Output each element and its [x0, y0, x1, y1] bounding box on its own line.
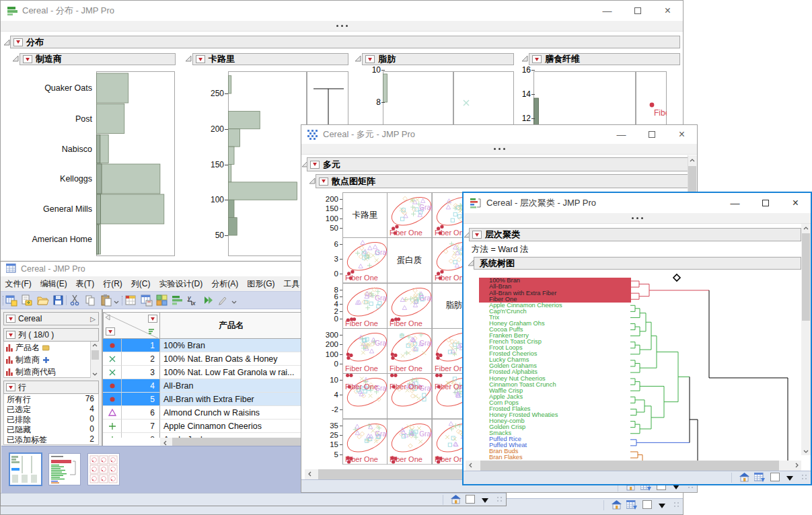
summary-table-icon[interactable]: [141, 294, 153, 307]
toolbar-more-button[interactable]: [113, 299, 120, 305]
panel-menu-button[interactable]: [365, 55, 375, 63]
scatter-cell[interactable]: Fiber OneGrape-Nuts: [387, 373, 432, 419]
row-number-cell[interactable]: 6: [122, 406, 160, 420]
status-dropdown-arrow[interactable]: [786, 476, 793, 481]
panel-collapse-icon[interactable]: [12, 55, 19, 62]
new-journal-icon[interactable]: [5, 294, 17, 307]
paste-icon[interactable]: [100, 294, 112, 307]
distribution-platform-icon[interactable]: [172, 294, 184, 307]
status-dropdown-arrow[interactable]: [482, 498, 488, 503]
scroll-down-button[interactable]: [91, 370, 98, 377]
row-number-cell[interactable]: 2: [122, 352, 160, 366]
home-icon[interactable]: [739, 473, 749, 482]
scroll-thumb[interactable]: [91, 350, 99, 360]
status-checkbox[interactable]: [642, 500, 652, 509]
cluster-minimize-button[interactable]: —: [720, 193, 750, 213]
menu-编辑(E)[interactable]: 编辑(E): [36, 276, 71, 292]
calories-histogram[interactable]: [228, 71, 307, 256]
column-item[interactable]: 产品名: [4, 342, 90, 354]
menu-表(T)[interactable]: 表(T): [71, 276, 98, 292]
resize-grip[interactable]: [496, 496, 505, 504]
scatter-cell[interactable]: Fiber OneGrape-Nuts: [342, 283, 387, 329]
row-state-cell[interactable]: [103, 379, 122, 393]
column-item[interactable]: 制造商代码: [4, 366, 90, 378]
status-checkbox[interactable]: [466, 495, 475, 504]
cut-icon[interactable]: [69, 294, 81, 307]
row-state-cell[interactable]: [103, 352, 122, 366]
cluster-gutter[interactable]: [464, 213, 811, 224]
window-layout-icon[interactable]: [156, 294, 168, 307]
menu-分析(A)[interactable]: 分析(A): [207, 276, 243, 292]
scatter-cell[interactable]: 蛋白质: [387, 237, 432, 283]
scroll-left-button[interactable]: [307, 471, 313, 477]
scatter-cell[interactable]: Fiber OneGrape-Nuts: [387, 419, 432, 465]
columns-menu-button[interactable]: [148, 315, 157, 323]
scatter-cell[interactable]: Fiber OneGrape-Nuts: [342, 328, 387, 374]
edit-script-icon[interactable]: [217, 294, 229, 307]
panel-collapse-icon[interactable]: [521, 55, 528, 62]
journal-icon[interactable]: [125, 294, 137, 307]
row-state-cell[interactable]: [103, 393, 122, 406]
menu-行(R)[interactable]: 行(R): [99, 276, 127, 292]
scatter-cell[interactable]: Fiber OneGrape-Nuts: [342, 373, 387, 419]
status-checkbox[interactable]: [770, 473, 780, 481]
scatter-cell[interactable]: Fiber OneGrape-Nuts: [387, 328, 432, 374]
panel-menu-button[interactable]: [23, 55, 32, 63]
panel-header-3[interactable]: 膳食纤维: [529, 53, 680, 65]
panel-menu-button[interactable]: [6, 383, 15, 391]
hscroll-thumb[interactable]: [480, 461, 779, 471]
panel-collapse-icon[interactable]: [355, 55, 361, 62]
resize-grip[interactable]: [801, 474, 809, 482]
rows-menu-button[interactable]: [106, 327, 115, 335]
row-number-cell[interactable]: 3: [122, 366, 160, 379]
panel-header-2[interactable]: 脂肪: [362, 53, 514, 65]
row-number-cell[interactable]: 7: [122, 420, 160, 433]
row-number-cell[interactable]: 1: [122, 339, 160, 352]
cluster-menu-button[interactable]: [472, 231, 482, 239]
columns-panel-header[interactable]: 列 ( 18/0 ): [3, 328, 99, 342]
panel-menu-button[interactable]: [6, 331, 15, 339]
scroll-up-button[interactable]: [91, 342, 98, 349]
row-number-cell[interactable]: 4: [122, 379, 160, 393]
home-icon[interactable]: [451, 495, 461, 504]
columns-list-scrollbar[interactable]: [90, 342, 99, 378]
panel-menu-button[interactable]: [532, 55, 542, 63]
status-dropdown-arrow[interactable]: [673, 485, 679, 489]
report-thumbnail-distribution-report[interactable]: [9, 453, 42, 485]
row-state-cell[interactable]: [103, 366, 122, 379]
manufacturer-histogram[interactable]: [96, 71, 175, 256]
dendrogram-header[interactable]: 系统树图: [474, 257, 801, 270]
column-item[interactable]: 制造商: [4, 354, 90, 366]
row-number-cell[interactable]: 5: [122, 393, 160, 406]
journal-icon[interactable]: [754, 473, 765, 482]
menu-列(C)[interactable]: 列(C): [126, 276, 155, 292]
cluster-vscrollbar[interactable]: [801, 224, 811, 455]
table-panel-expand-icon[interactable]: ▷: [90, 315, 96, 323]
scroll-right-button[interactable]: [793, 462, 800, 469]
datatable-hscrollbar[interactable]: [160, 438, 303, 446]
menu-图形(G)[interactable]: 图形(G): [243, 276, 279, 292]
menu-文件(F)[interactable]: 文件(F): [1, 276, 36, 292]
vscroll-thumb[interactable]: [802, 233, 810, 321]
open-journal-icon[interactable]: [21, 294, 33, 307]
panel-collapse-icon[interactable]: [185, 55, 192, 62]
toolbar-more-button-2[interactable]: [231, 299, 237, 305]
panel-header-1[interactable]: 卡路里: [192, 53, 348, 65]
scatter-cell[interactable]: Fiber OneGrape-Nuts: [387, 283, 432, 329]
row-state-cell[interactable]: [103, 339, 122, 352]
scatter-cell[interactable]: Fiber OneGrape-Nuts: [342, 419, 387, 465]
table-panel-header[interactable]: Cereal▷: [3, 312, 99, 325]
row-state-cell[interactable]: [103, 433, 122, 438]
copy-icon[interactable]: [85, 294, 97, 307]
report-thumbnail-multivariate-report[interactable]: [87, 453, 120, 485]
panel-menu-button[interactable]: [6, 315, 15, 323]
grid-corner-cell[interactable]: [103, 312, 160, 339]
scroll-up-button[interactable]: [803, 225, 809, 232]
scatter-cell[interactable]: 卡路里: [342, 192, 387, 238]
row-state-cell[interactable]: [103, 406, 122, 420]
cluster-outline-header[interactable]: 层次聚类: [469, 228, 801, 241]
menu-实验设计(D)[interactable]: 实验设计(D): [155, 276, 207, 292]
row-number-cell[interactable]: 8: [122, 433, 160, 438]
cluster-close-button[interactable]: ×: [780, 193, 811, 213]
status-dropdown-arrow[interactable]: [659, 504, 665, 508]
